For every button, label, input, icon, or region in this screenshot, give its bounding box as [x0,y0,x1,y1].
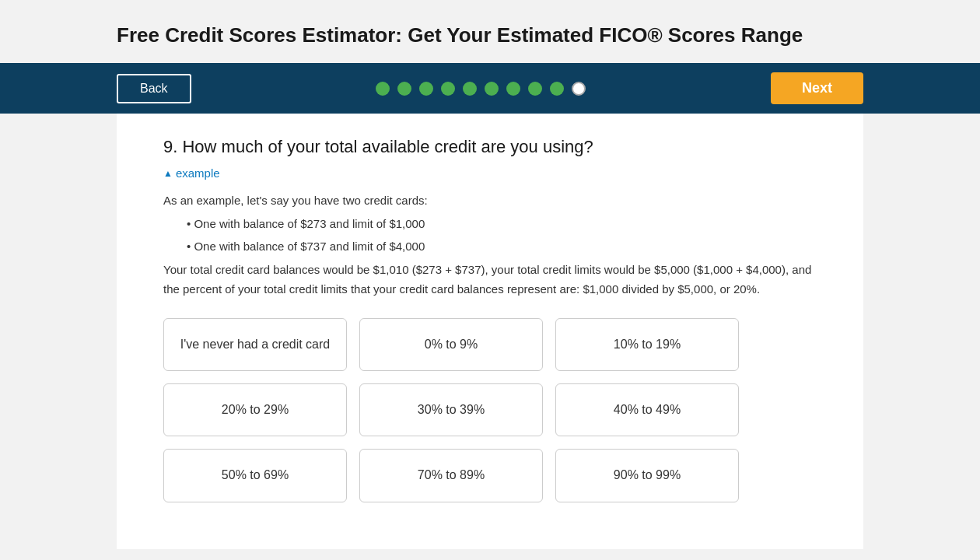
progress-dot-1 [376,82,390,96]
content-area: 9. How much of your total available cred… [117,114,863,549]
example-toggle[interactable]: ▲ example [163,166,817,180]
option-button-5[interactable]: 30% to 39% [359,383,543,436]
example-line-4: Your total credit card balances would be… [163,260,817,299]
option-button-1[interactable]: I've never had a credit card [163,318,347,371]
progress-dot-6 [485,82,499,96]
option-button-4[interactable]: 20% to 29% [163,383,347,436]
progress-dot-2 [397,82,411,96]
option-button-6[interactable]: 40% to 49% [555,383,739,436]
progress-dot-3 [419,82,433,96]
question-title: 9. How much of your total available cred… [163,137,817,157]
example-toggle-label: example [176,166,220,180]
progress-dot-8 [528,82,542,96]
options-grid: I've never had a credit card0% to 9%10% … [163,318,739,502]
option-button-8[interactable]: 70% to 89% [359,449,543,502]
progress-dots [376,82,586,96]
example-line-2: • One with balance of $273 and limit of … [163,214,817,234]
option-button-7[interactable]: 50% to 69% [163,449,347,502]
back-button[interactable]: Back [117,74,191,103]
page-title: Free Credit Scores Estimator: Get Your E… [0,0,980,63]
next-button[interactable]: Next [771,72,863,104]
progress-dot-4 [441,82,455,96]
option-button-2[interactable]: 0% to 9% [359,318,543,371]
example-line-3: • One with balance of $737 and limit of … [163,236,817,257]
progress-dot-10 [572,82,586,96]
example-box: As an example, let's say you have two cr… [163,191,817,299]
progress-dot-7 [506,82,520,96]
chevron-up-icon: ▲ [163,168,173,179]
example-line-1: As an example, let's say you have two cr… [163,191,817,211]
nav-bar: Back Next [0,63,980,114]
progress-dot-9 [550,82,564,96]
option-button-9[interactable]: 90% to 99% [555,449,739,502]
option-button-3[interactable]: 10% to 19% [555,318,739,371]
progress-dot-5 [463,82,477,96]
